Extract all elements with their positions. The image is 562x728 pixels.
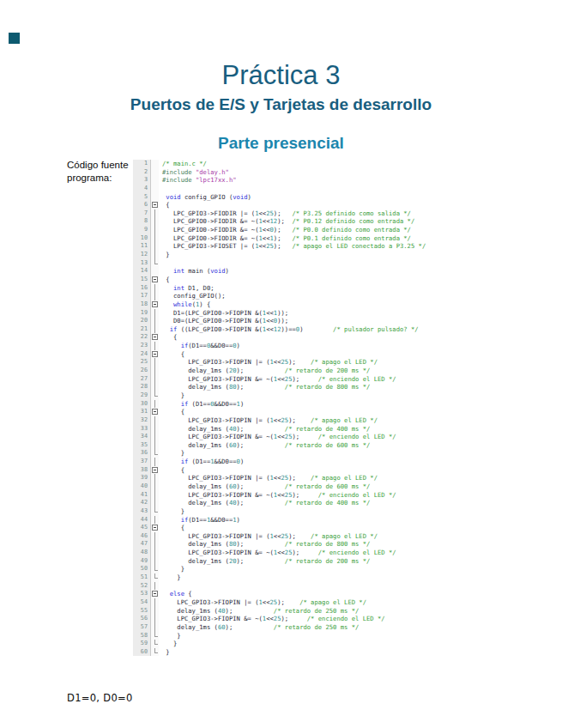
code-text: if(D1==0&&D0==0) [159,342,429,350]
fold-marker-icon[interactable] [151,276,159,284]
code-text: delay_1ms (20); /* retardo de 200 ms */ [159,557,429,566]
code-text: delay_1ms (40); /* retardo de 250 ms */ [159,607,429,616]
code-line: 7 LPC_GPIO3->FIODIR |= (1<<25); /* P3.25… [133,209,429,218]
code-line: 17 config_GPIO(); [133,292,429,300]
fold-margin [151,317,159,325]
code-text: D0=(LPC_GPIO0->FIOPIN &(1<<0)); [159,317,429,325]
code-text: LPC_GPIO0->FIODIR &= ~(1<<0); /* P0.0 de… [159,226,429,234]
code-line: 22 { [133,333,429,342]
code-text [159,185,429,193]
fold-margin [151,185,159,193]
code-line: 21 if ((LPC_GPIO0->FIOPIN &(1<<12))==0) … [133,325,429,334]
line-number: 54 [133,598,151,607]
fold-marker-icon[interactable] [151,333,159,342]
fold-marker-icon[interactable] [151,590,159,598]
fold-margin [151,325,159,334]
code-line: 49 delay_1ms (20); /* retardo de 200 ms … [133,557,429,566]
line-number: 59 [133,640,151,648]
line-number: 5 [133,193,151,202]
fold-marker-icon[interactable] [151,408,159,416]
line-number: 4 [133,185,151,193]
code-line: 29 } [133,391,429,400]
line-number: 22 [133,333,151,342]
fold-marker-icon[interactable] [151,466,159,475]
fold-margin [151,416,159,425]
line-number: 33 [133,425,151,434]
line-number: 44 [133,516,151,525]
code-text: LPC_GPIO3->FIOSET |= (1<<25); /* apago e… [159,242,429,251]
fold-marker-icon[interactable] [151,524,159,532]
code-text: if (D1==0&&D0==1) [159,400,429,409]
line-number: 42 [133,499,151,507]
code-text: delay_1ms (60); /* retardo de 250 ms */ [159,623,429,632]
code-editor-screenshot: 1/* main.c */2#include "delay.h"3#includ… [133,160,429,656]
fold-margin [151,549,159,557]
fold-margin [151,441,159,450]
code-line: 16 int D1, D0; [133,284,429,293]
fold-marker-icon[interactable] [151,201,159,209]
line-number: 2 [133,168,151,177]
code-line: 9 LPC_GPIO0->FIODIR &= ~(1<<0); /* P0.0 … [133,226,429,234]
code-line: 60 } [133,648,429,657]
code-line: 48 LPC_GPIO3->FIOPIN &= ~(1<<25); /* enc… [133,549,429,557]
line-number: 52 [133,582,151,591]
fold-marker-icon[interactable] [151,350,159,359]
code-text: if(D1==1&&D0==1) [159,516,429,525]
code-text: } [159,632,429,640]
code-line: 45 { [133,524,429,532]
code-line: 3#include "lpc17xx.h" [133,176,429,185]
code-text: LPC_GPIO0->FIODIR &= ~(1<<1); /* P0.1 de… [159,234,429,243]
code-text: LPC_GPIO3->FIOPIN |= (1<<25); /* apago e… [159,598,429,607]
line-number: 37 [133,458,151,466]
fold-margin [151,623,159,632]
code-line: 53 else { [133,590,429,598]
line-number: 51 [133,573,151,582]
line-number: 28 [133,383,151,391]
footer-note: D1=0, D0=0 [67,692,133,704]
line-number: 49 [133,557,151,566]
fold-marker-icon[interactable] [151,300,159,309]
code-text: delay_1ms (60); /* retardo de 600 ms */ [159,441,429,450]
code-line: 25 LPC_GPIO3->FIOPIN |= (1<<25); /* apag… [133,358,429,367]
code-text: { [159,466,429,475]
code-text: delay_1ms (60); /* retardo de 600 ms */ [159,482,429,491]
code-line: 12 } [133,251,429,259]
line-number: 14 [133,267,151,276]
fold-margin [151,168,159,177]
line-number: 46 [133,532,151,541]
code-line: 57 delay_1ms (60); /* retardo de 250 ms … [133,623,429,632]
fold-margin [151,516,159,525]
line-number: 41 [133,491,151,500]
fold-margin [151,309,159,318]
code-text: LPC_GPIO3->FIODIR |= (1<<25); /* P3.25 d… [159,209,429,218]
fold-margin [151,491,159,500]
code-line: 27 LPC_GPIO3->FIOPIN &= ~(1<<25); /* enc… [133,375,429,384]
line-number: 16 [133,284,151,293]
line-number: 21 [133,325,151,334]
code-line: 58 } [133,632,429,640]
code-line: 59 } [133,640,429,648]
fold-margin [151,449,159,458]
code-line: 56 LPC_GPIO3->FIOPIN &= ~(1<<25); /* enc… [133,615,429,623]
code-line: 28 delay_1ms (80); /* retardo de 800 ms … [133,383,429,391]
code-text: { [159,524,429,532]
fold-margin [151,160,159,168]
code-text: #include "lpc17xx.h" [159,176,429,185]
line-number: 15 [133,276,151,284]
code-text: { [159,408,429,416]
line-number: 50 [133,565,151,573]
code-line: 36 } [133,449,429,458]
line-number: 34 [133,433,151,441]
fold-margin [151,425,159,434]
fold-margin [151,391,159,400]
code-line: 20 D0=(LPC_GPIO0->FIOPIN &(1<<0)); [133,317,429,325]
fold-margin [151,226,159,234]
code-text: config_GPIO(); [159,292,429,300]
fold-margin [151,499,159,507]
code-line: 31 { [133,408,429,416]
code-text: LPC_GPIO3->FIOPIN &= ~(1<<25); /* encien… [159,375,429,384]
code-line: 23 if(D1==0&&D0==0) [133,342,429,350]
code-text: delay_1ms (80); /* retardo de 800 ms */ [159,540,429,549]
fold-margin [151,557,159,566]
code-text: D1=(LPC_GPIO0->FIOPIN &(1<<1)); [159,309,429,318]
